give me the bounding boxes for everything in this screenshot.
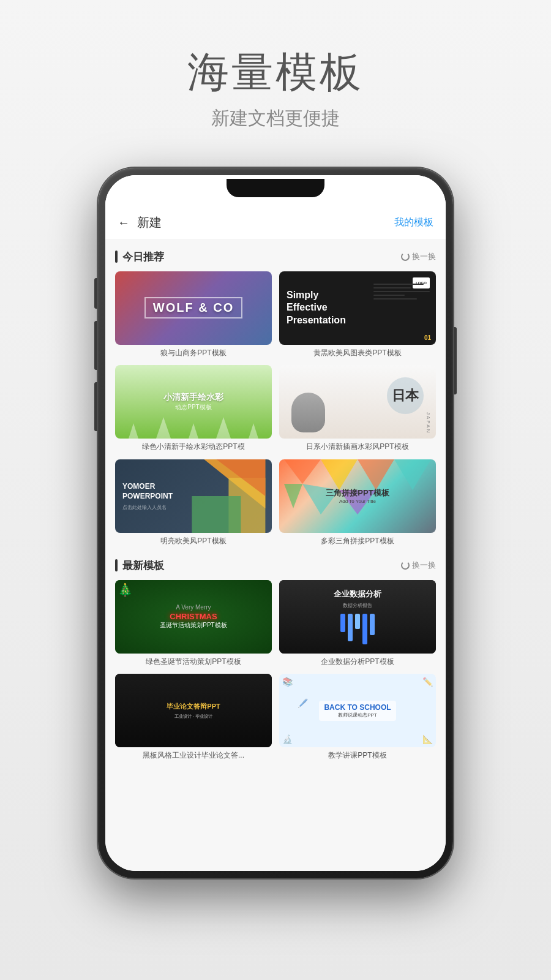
today-refresh-label: 换一换 <box>412 251 436 262</box>
template-graduation[interactable]: 毕业论文答辩PPT 工业设计 · 毕业设计 黑板风格工业设计毕业论文答... <box>115 674 272 761</box>
tri-title: 三角拼接PPT模板 <box>326 488 389 499</box>
back-button[interactable]: ← <box>118 216 130 230</box>
doodle-3: 🔬 <box>282 734 293 744</box>
my-template-button[interactable]: 我的模板 <box>394 216 433 229</box>
enterprise-content: 企业数据分析 数据分析报告 <box>334 589 381 644</box>
svg-marker-5 <box>321 459 358 490</box>
template-watercolor[interactable]: 小清新手绘水彩 动态PPT模板 <box>115 365 272 452</box>
svg-marker-7 <box>358 459 394 490</box>
latest-refresh-label: 换一换 <box>412 560 436 571</box>
japan-side-text: JAPAN <box>425 412 431 434</box>
template-name-christmas: 绿色圣诞节活动策划PPT模板 <box>115 657 272 667</box>
page-title-main: 海量模板 <box>187 49 364 95</box>
phone-vol-up <box>94 321 97 370</box>
yomoer-sub: 点击此处输入人员名 <box>122 504 264 511</box>
yomoer-title: YOMOERPOWERPOINT <box>122 481 264 502</box>
watercolor-text: 小清新手绘水彩 动态PPT模板 <box>163 392 223 412</box>
template-triangle[interactable]: 三角拼接PPT模板 Add To Your Title <box>279 459 436 546</box>
phone-shell: ← 新建 我的模板 今日推荐 换一换 <box>98 168 453 878</box>
latest-title-wrap: 最新模板 <box>115 559 164 573</box>
section-bar-latest <box>115 559 118 571</box>
grad-title: 毕业论文答辩PPT <box>167 702 220 711</box>
svg-marker-4 <box>284 459 321 484</box>
template-yomoer[interactable]: YOMOERPOWERPOINT 点击此处输入人员名 明亮欧美风PPT模板 <box>115 459 272 546</box>
template-thumb-watercolor: 小清新手绘水彩 动态PPT模板 <box>115 365 272 439</box>
doodle-5: 🖊️ <box>298 698 308 708</box>
template-name-watercolor: 绿色小清新手绘水彩动态PPT模 <box>115 442 272 452</box>
phone-vol-mute <box>94 278 97 309</box>
template-wolf[interactable]: WOLF & CO 狼与山商务PPT模板 <box>115 271 272 358</box>
today-section-title: 今日推荐 <box>122 250 164 264</box>
scroll-content: 今日推荐 换一换 WOLF & CO <box>105 240 446 871</box>
tri-sub: Add To Your Title <box>326 499 389 504</box>
today-refresh-button[interactable]: 换一换 <box>401 251 436 262</box>
latest-section: 最新模板 换一换 <box>115 559 436 761</box>
phone-notch <box>227 179 324 197</box>
grad-subtitle: 工业设计 · 毕业设计 <box>167 714 220 720</box>
triangle-text: 三角拼接PPT模板 Add To Your Title <box>326 488 389 504</box>
template-name-japan: 日系小清新插画水彩风PPT模板 <box>279 442 436 452</box>
template-name-teacher: 教学讲课PPT模板 <box>279 751 436 761</box>
svg-marker-9 <box>284 484 302 508</box>
template-thumb-yomoer: YOMOERPOWERPOINT 点击此处输入人员名 <box>115 459 272 533</box>
watercolor-title: 小清新手绘水彩 <box>163 392 223 403</box>
wolf-co-text: WOLF & CO <box>144 297 242 318</box>
template-teacher[interactable]: 📚 ✏️ 🔬 📐 🖊️ BACK TO SCHOOL 教师说课动态PPT <box>279 674 436 761</box>
latest-section-title: 最新模板 <box>122 559 164 573</box>
template-thumb-triangle: 三角拼接PPT模板 Add To Your Title <box>279 459 436 533</box>
japan-circle: 日本 <box>387 377 424 414</box>
tree-1 <box>129 423 138 439</box>
app-header: ← 新建 我的模板 <box>105 206 446 240</box>
svg-marker-10 <box>394 459 431 490</box>
template-thumb-enterprise: 企业数据分析 数据分析报告 <box>279 580 436 654</box>
phone-power-btn <box>454 327 457 394</box>
xmas-subtitle: 圣诞节活动策划PPT模板 <box>160 621 227 630</box>
yomoer-text-wrap: YOMOERPOWERPOINT 点击此处输入人员名 <box>122 481 264 511</box>
app-content: ← 新建 我的模板 今日推荐 换一换 <box>105 175 446 871</box>
page-title-sub: 新建文档更便捷 <box>187 106 364 131</box>
template-name-wolf: 狼与山商务PPT模板 <box>115 349 272 358</box>
xmas-decoration: 🎄 <box>118 582 133 597</box>
header-title: 新建 <box>137 214 394 231</box>
refresh-icon-today <box>401 252 410 261</box>
template-enterprise[interactable]: 企业数据分析 数据分析报告 <box>279 580 436 667</box>
phone-screen: ← 新建 我的模板 今日推荐 换一换 <box>105 175 446 871</box>
teacher-sub-text: 教师说课动态PPT <box>324 712 391 718</box>
template-thumb-christmas: A Very Merry CHRISTMAS 圣诞节活动策划PPT模板 🎄 <box>115 580 272 654</box>
watercolor-sub: 动态PPT模板 <box>163 403 223 412</box>
doodle-1: 📚 <box>282 677 293 687</box>
section-bar-today <box>115 251 118 263</box>
teacher-text-wrap: BACK TO SCHOOL 教师说课动态PPT <box>319 701 395 721</box>
simply-text: SimplyEffectivePresentation <box>287 289 429 327</box>
template-japan[interactable]: 日本 JAPAN 日系小清新插画水彩风PPT模板 <box>279 365 436 452</box>
template-thumb-teacher: 📚 ✏️ 🔬 📐 🖊️ BACK TO SCHOOL 教师说课动态PPT <box>279 674 436 747</box>
tree-2 <box>156 417 171 439</box>
doodle-4: 📐 <box>422 734 433 744</box>
doodle-2: ✏️ <box>422 677 433 687</box>
today-title-wrap: 今日推荐 <box>115 250 164 264</box>
teacher-back-text: BACK TO SCHOOL <box>324 703 391 712</box>
template-thumb-graduation: 毕业论文答辩PPT 工业设计 · 毕业设计 <box>115 674 272 747</box>
today-template-grid: WOLF & CO 狼与山商务PPT模板 LOGO SimplyEffectiv… <box>115 271 436 546</box>
tree-4 <box>216 417 231 439</box>
refresh-icon-latest <box>401 561 410 570</box>
latest-refresh-button[interactable]: 换一换 <box>401 560 436 571</box>
template-thumb-simply: LOGO SimplyEffectivePresentation 01 <box>279 271 436 345</box>
template-name-simply: 黄黑欧美风图表类PPT模板 <box>279 349 436 358</box>
xmas-top-text: A Very Merry <box>160 604 227 611</box>
template-simply[interactable]: LOGO SimplyEffectivePresentation 01 <box>279 271 436 358</box>
enterprise-title: 企业数据分析 <box>334 589 381 600</box>
tree-shapes-deco <box>115 408 272 439</box>
template-christmas[interactable]: A Very Merry CHRISTMAS 圣诞节活动策划PPT模板 🎄 绿色… <box>115 580 272 667</box>
template-name-triangle: 多彩三角拼接PPT模板 <box>279 537 436 546</box>
phone-mockup: ← 新建 我的模板 今日推荐 换一换 <box>98 168 453 878</box>
xmas-text: A Very Merry CHRISTMAS 圣诞节活动策划PPT模板 <box>160 604 227 630</box>
template-thumb-wolf: WOLF & CO <box>115 271 272 345</box>
template-name-graduation: 黑板风格工业设计毕业论文答... <box>115 751 272 761</box>
xmas-title: CHRISTMAS <box>160 612 227 621</box>
template-name-enterprise: 企业数据分析PPT模板 <box>279 657 436 667</box>
latest-section-header: 最新模板 换一换 <box>115 559 436 573</box>
enterprise-bars <box>334 614 381 644</box>
latest-template-grid: A Very Merry CHRISTMAS 圣诞节活动策划PPT模板 🎄 绿色… <box>115 580 436 761</box>
page-header: 海量模板 新建文档更便捷 <box>187 0 364 131</box>
